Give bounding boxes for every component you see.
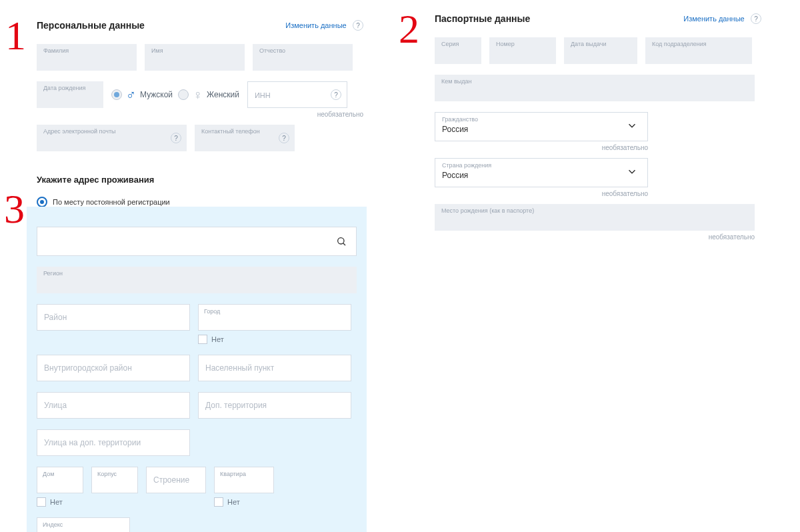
addl-terr-field[interactable]: Доп. территория	[198, 392, 351, 419]
issue-date-label: Дата выдачи	[571, 41, 606, 47]
city-label: Город	[204, 308, 220, 315]
dob-field[interactable]: Дата рождения	[37, 81, 103, 108]
checkbox-icon	[198, 335, 207, 344]
city-field[interactable]: Город	[198, 304, 351, 331]
intra-placeholder: Внутригородской район	[44, 363, 132, 373]
address-section: Регион Район Город Нет Внутригородской р…	[27, 207, 367, 532]
dept-code-label: Код подразделения	[652, 41, 707, 47]
help-icon[interactable]: ?	[171, 133, 181, 143]
help-icon[interactable]: ?	[751, 13, 761, 24]
apt-label: Квартира	[220, 471, 246, 477]
svg-line-1	[343, 243, 345, 245]
house-label: Дом	[43, 471, 54, 477]
patronymic-field[interactable]: Отчество	[253, 44, 353, 71]
dob-label: Дата рождения	[43, 85, 86, 91]
addl-street-placeholder: Улица на доп. территории	[44, 438, 141, 447]
chevron-down-icon	[626, 166, 638, 180]
city-no-label: Нет	[211, 335, 224, 343]
checkbox-icon	[214, 497, 223, 507]
citizenship-label: Гражданство	[442, 116, 478, 123]
birth-country-select[interactable]: Страна рождения Россия	[435, 158, 648, 187]
settlement-field[interactable]: Населенный пункт	[198, 355, 351, 381]
birth-place-optional: необязательно	[435, 233, 755, 241]
email-field[interactable]: Адрес электронной почты ?	[37, 125, 187, 151]
female-icon: ♀	[193, 87, 203, 103]
inn-field[interactable]: ИНН ?	[247, 81, 347, 108]
checkbox-icon	[37, 497, 46, 507]
citizenship-select[interactable]: Гражданство Россия	[435, 112, 648, 141]
gender-female[interactable]: ♀ Женский	[178, 87, 239, 103]
district-field[interactable]: Район	[37, 304, 190, 331]
search-icon	[336, 236, 347, 247]
district-placeholder: Район	[44, 313, 67, 322]
apt-field[interactable]: Квартира	[214, 467, 274, 493]
series-field[interactable]: Серия	[435, 37, 481, 64]
email-label: Адрес электронной почты	[43, 128, 116, 135]
phone-label: Контактный телефон	[201, 128, 260, 135]
number-field[interactable]: Номер	[489, 37, 556, 64]
street-placeholder: Улица	[44, 401, 67, 410]
city-no-checkbox[interactable]: Нет	[198, 335, 351, 344]
radio-on-icon	[111, 89, 122, 100]
address-search[interactable]	[37, 227, 357, 256]
street-field[interactable]: Улица	[37, 392, 190, 419]
settlement-placeholder: Населенный пункт	[205, 363, 274, 373]
gender-group: ♂ Мужской ♀ Женский	[111, 87, 239, 103]
region-label: Регион	[43, 270, 63, 277]
building-placeholder: Строение	[153, 475, 189, 485]
dept-code-field[interactable]: Код подразделения	[645, 37, 752, 64]
passport-title: Паспортные данные	[435, 13, 530, 24]
region-field[interactable]: Регион	[37, 267, 357, 293]
issue-date-field[interactable]: Дата выдачи	[564, 37, 637, 64]
index-field[interactable]: Индекс	[37, 517, 130, 532]
male-icon: ♂	[126, 87, 136, 103]
radio-off-icon	[178, 89, 189, 100]
apt-no-label: Нет	[227, 498, 240, 506]
lastname-field[interactable]: Фамилия	[37, 44, 137, 71]
inn-optional: необязательно	[37, 111, 363, 118]
house-field[interactable]: Дом	[37, 467, 83, 493]
radio-on-icon	[37, 197, 47, 207]
house-no-checkbox[interactable]: Нет	[37, 497, 83, 507]
addl-street-field[interactable]: Улица на доп. территории	[37, 429, 190, 456]
male-label: Мужской	[140, 90, 173, 99]
address-radio[interactable]: По месту постоянной регистрации	[37, 197, 170, 207]
personal-edit-link[interactable]: Изменить данные	[285, 21, 346, 29]
help-icon[interactable]: ?	[279, 133, 289, 143]
patronymic-label: Отчество	[259, 47, 285, 54]
birth-country-optional: необязательно	[435, 190, 648, 197]
inn-label: ИНН	[255, 91, 271, 99]
issued-by-label: Кем выдан	[441, 78, 471, 85]
korpus-field[interactable]: Корпус	[91, 467, 138, 493]
korpus-label: Корпус	[97, 471, 117, 477]
birth-place-field[interactable]: Место рождения (как в паспорте)	[435, 204, 755, 231]
citizenship-optional: необязательно	[435, 144, 648, 151]
step-number-2: 2	[399, 5, 419, 53]
birth-place-label: Место рождения (как в паспорте)	[441, 207, 534, 214]
addl-terr-placeholder: Доп. территория	[205, 401, 267, 410]
help-icon[interactable]: ?	[331, 89, 341, 100]
house-no-label: Нет	[50, 498, 63, 506]
passport-edit-link[interactable]: Изменить данные	[683, 15, 744, 23]
phone-field[interactable]: Контактный телефон ?	[195, 125, 295, 151]
passport-section: Паспортные данные Изменить данные ? Сери…	[435, 13, 761, 247]
firstname-field[interactable]: Имя	[145, 44, 245, 71]
help-icon[interactable]: ?	[353, 20, 363, 31]
firstname-label: Имя	[151, 47, 163, 54]
building-field[interactable]: Строение	[146, 467, 206, 493]
apt-no-checkbox[interactable]: Нет	[214, 497, 274, 507]
number-label: Номер	[496, 41, 515, 47]
intra-district-field[interactable]: Внутригородской район	[37, 355, 190, 381]
lastname-label: Фамилия	[43, 47, 69, 54]
female-label: Женский	[207, 90, 239, 99]
series-label: Серия	[441, 41, 459, 47]
gender-male[interactable]: ♂ Мужской	[111, 87, 173, 103]
chevron-down-icon	[626, 120, 638, 134]
svg-point-0	[338, 238, 344, 244]
issued-by-field[interactable]: Кем выдан	[435, 75, 755, 101]
personal-section: Персональные данные Изменить данные ? Фа…	[37, 20, 363, 162]
address-radio-label: По месту постоянной регистрации	[53, 198, 170, 206]
birth-country-label: Страна рождения	[442, 162, 491, 169]
personal-title: Персональные данные	[37, 20, 145, 31]
address-title: Укажите адрес проживания	[37, 175, 154, 185]
